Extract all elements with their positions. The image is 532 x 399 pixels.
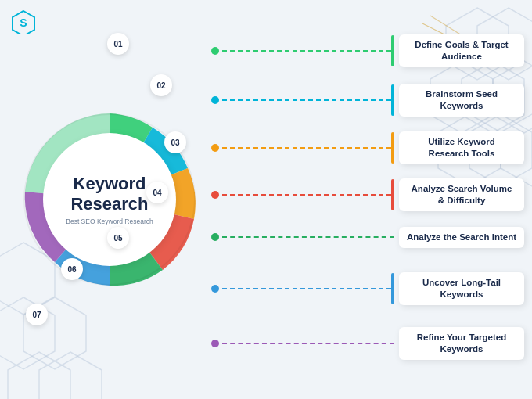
step-accent-1 — [391, 35, 394, 66]
badge-04: 04 — [146, 182, 168, 203]
step-dot-3 — [211, 144, 219, 152]
step-accent-6 — [391, 273, 394, 304]
steps-area: Define Goals & Target Audience Brainstor… — [211, 0, 532, 399]
step-dot-4 — [211, 191, 219, 199]
step-row-5: Analyze the Search Intent — [211, 227, 524, 248]
step-row-6: Uncover Long-Tail Keywords — [211, 272, 524, 305]
badge-01: 01 — [107, 33, 129, 55]
step-accent-3 — [391, 132, 394, 164]
step-row-7: Refine Your Targeted Keywords — [211, 327, 524, 360]
step-dot-2 — [211, 96, 219, 104]
step-dot-5 — [211, 233, 219, 241]
step-row-4: Analyze Search Volume & Difficulty — [211, 178, 524, 211]
step-dot-7 — [211, 340, 219, 347]
step-row-3: Utilize Keyword Research Tools — [211, 131, 524, 164]
step-box-6: Uncover Long-Tail Keywords — [399, 272, 524, 305]
svg-text:S: S — [20, 16, 27, 29]
step-accent-4 — [391, 179, 394, 210]
badge-05: 05 — [107, 227, 129, 249]
badge-07: 07 — [26, 304, 48, 325]
badge-03: 03 — [164, 131, 186, 153]
step-box-5: Analyze the Search Intent — [399, 227, 524, 248]
step-accent-2 — [391, 84, 394, 116]
step-box-7: Refine Your Targeted Keywords — [399, 327, 524, 360]
step-dot-1 — [211, 47, 219, 55]
step-box-3: Utilize Keyword Research Tools — [399, 131, 524, 164]
step-box-2: Brainstorm Seed Keywords — [399, 84, 524, 117]
badge-06: 06 — [61, 258, 83, 280]
step-dot-6 — [211, 285, 219, 293]
step-box-4: Analyze Search Volume & Difficulty — [399, 178, 524, 211]
logo: S — [11, 9, 36, 34]
step-box-1: Define Goals & Target Audience — [399, 34, 524, 67]
badge-02: 02 — [150, 74, 172, 96]
step-row-1: Define Goals & Target Audience — [211, 34, 524, 67]
step-row-2: Brainstorm Seed Keywords — [211, 84, 524, 117]
